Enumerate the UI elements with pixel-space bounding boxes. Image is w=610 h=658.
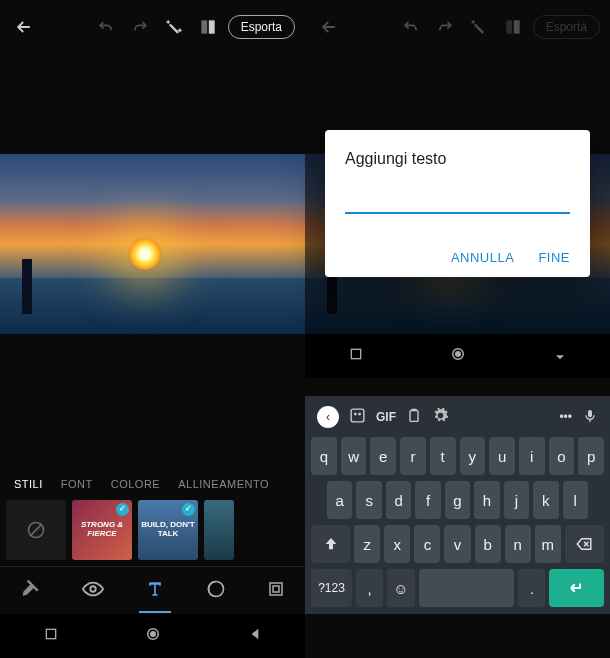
key-t[interactable]: t <box>430 437 456 475</box>
key-a[interactable]: a <box>327 481 352 519</box>
key-b[interactable]: b <box>475 525 501 563</box>
export-button[interactable]: Esporta <box>533 15 600 39</box>
back-icon[interactable] <box>10 13 38 41</box>
symbols-key[interactable]: ?123 <box>311 569 352 607</box>
nav-keyboard-hide-icon[interactable] <box>552 346 568 366</box>
clipboard-icon[interactable] <box>406 408 422 427</box>
key-o[interactable]: o <box>549 437 575 475</box>
undo-icon[interactable] <box>92 13 120 41</box>
key-j[interactable]: j <box>504 481 529 519</box>
topbar: Esporta <box>305 0 610 54</box>
keyboard-more-icon[interactable]: ••• <box>559 410 572 424</box>
svg-rect-5 <box>270 583 282 595</box>
wand-icon[interactable] <box>465 13 493 41</box>
tab-font[interactable]: FONT <box>61 478 93 490</box>
key-r[interactable]: r <box>400 437 426 475</box>
key-d[interactable]: d <box>386 481 411 519</box>
redo-icon[interactable] <box>126 13 154 41</box>
android-nav-bar <box>0 614 305 658</box>
wand-icon[interactable] <box>160 13 188 41</box>
dialog-title: Aggiungi testo <box>345 150 570 168</box>
tab-alignment[interactable]: ALLINEAMENTO <box>178 478 269 490</box>
nav-home-icon[interactable] <box>144 625 162 647</box>
nav-recent-icon[interactable] <box>43 626 59 646</box>
soft-keyboard: ‹ GIF ••• qwertyuiop asdfghjkl zxcvbnm ?… <box>305 396 610 614</box>
comma-key[interactable]: , <box>356 569 383 607</box>
key-k[interactable]: k <box>533 481 558 519</box>
effects-tool-icon[interactable] <box>196 571 236 611</box>
editor-pane-left: Esporta STILI FONT COLORE ALLINEAMENTO ✓… <box>0 0 305 658</box>
topbar: Esporta <box>0 0 305 54</box>
eye-tool-icon[interactable] <box>72 570 114 612</box>
frame-tool-icon[interactable] <box>257 572 295 610</box>
compare-icon[interactable] <box>499 13 527 41</box>
mic-icon[interactable] <box>582 408 598 427</box>
style-preset-1[interactable]: ✓STRONG & FIERCE <box>72 500 132 560</box>
tab-styles[interactable]: STILI <box>14 478 43 490</box>
svg-rect-6 <box>273 586 279 592</box>
style-preset-3[interactable] <box>204 500 234 560</box>
svg-rect-0 <box>201 20 207 33</box>
key-g[interactable]: g <box>445 481 470 519</box>
add-text-dialog: Aggiungi testo ANNULLA FINE <box>325 130 590 277</box>
period-key[interactable]: . <box>518 569 545 607</box>
emoji-key[interactable]: ☺ <box>387 569 414 607</box>
backspace-key[interactable] <box>565 525 604 563</box>
nav-home-icon[interactable] <box>449 345 467 367</box>
key-q[interactable]: q <box>311 437 337 475</box>
key-y[interactable]: y <box>460 437 486 475</box>
editor-pane-right: Esporta Aggiungi testo ANNULLA FINE ‹ GI… <box>305 0 610 658</box>
svg-rect-17 <box>351 349 360 358</box>
key-m[interactable]: m <box>535 525 561 563</box>
nav-back-icon[interactable] <box>247 626 263 646</box>
bottom-toolbar <box>0 566 305 614</box>
text-edit-tabs: STILI FONT COLORE ALLINEAMENTO <box>0 468 305 500</box>
key-p[interactable]: p <box>578 437 604 475</box>
undo-icon[interactable] <box>397 13 425 41</box>
export-button[interactable]: Esporta <box>228 15 295 39</box>
done-button[interactable]: FINE <box>538 250 570 265</box>
key-s[interactable]: s <box>356 481 381 519</box>
shift-key[interactable] <box>311 525 350 563</box>
gif-button[interactable]: GIF <box>376 410 396 424</box>
key-u[interactable]: u <box>489 437 515 475</box>
cancel-button[interactable]: ANNULLA <box>451 250 514 265</box>
key-n[interactable]: n <box>505 525 531 563</box>
text-tool-icon[interactable] <box>135 571 175 611</box>
style-preset-2[interactable]: ✓BUILD, DON'T TALK <box>138 500 198 560</box>
key-x[interactable]: x <box>384 525 410 563</box>
image-canvas[interactable] <box>0 154 305 334</box>
settings-icon[interactable] <box>432 407 449 427</box>
back-icon[interactable] <box>315 13 343 41</box>
key-l[interactable]: l <box>563 481 588 519</box>
style-label: STRONG & FIERCE <box>72 521 132 539</box>
key-h[interactable]: h <box>474 481 499 519</box>
key-row-2: asdfghjkl <box>309 478 606 522</box>
key-w[interactable]: w <box>341 437 367 475</box>
key-c[interactable]: c <box>414 525 440 563</box>
nav-recent-icon[interactable] <box>348 346 364 366</box>
keyboard-collapse-icon[interactable]: ‹ <box>317 406 339 428</box>
text-input[interactable] <box>345 188 570 214</box>
compare-icon[interactable] <box>194 13 222 41</box>
premium-badge-icon: ✓ <box>182 503 195 516</box>
svg-rect-10 <box>506 20 512 33</box>
heal-tool-icon[interactable] <box>11 571 51 611</box>
style-none[interactable] <box>6 500 66 560</box>
key-e[interactable]: e <box>370 437 396 475</box>
svg-rect-1 <box>208 20 214 33</box>
enter-key[interactable] <box>549 569 604 607</box>
key-i[interactable]: i <box>519 437 545 475</box>
style-presets-strip[interactable]: ✓STRONG & FIERCE ✓BUILD, DON'T TALK <box>0 500 305 566</box>
key-f[interactable]: f <box>415 481 440 519</box>
sticker-icon[interactable] <box>349 407 366 427</box>
key-v[interactable]: v <box>444 525 470 563</box>
tab-color[interactable]: COLORE <box>111 478 160 490</box>
space-key[interactable] <box>419 569 515 607</box>
key-z[interactable]: z <box>354 525 380 563</box>
svg-point-13 <box>355 413 356 414</box>
svg-rect-12 <box>351 409 364 422</box>
key-row-3: zxcvbnm <box>309 522 606 566</box>
redo-icon[interactable] <box>431 13 459 41</box>
svg-point-9 <box>150 632 155 637</box>
